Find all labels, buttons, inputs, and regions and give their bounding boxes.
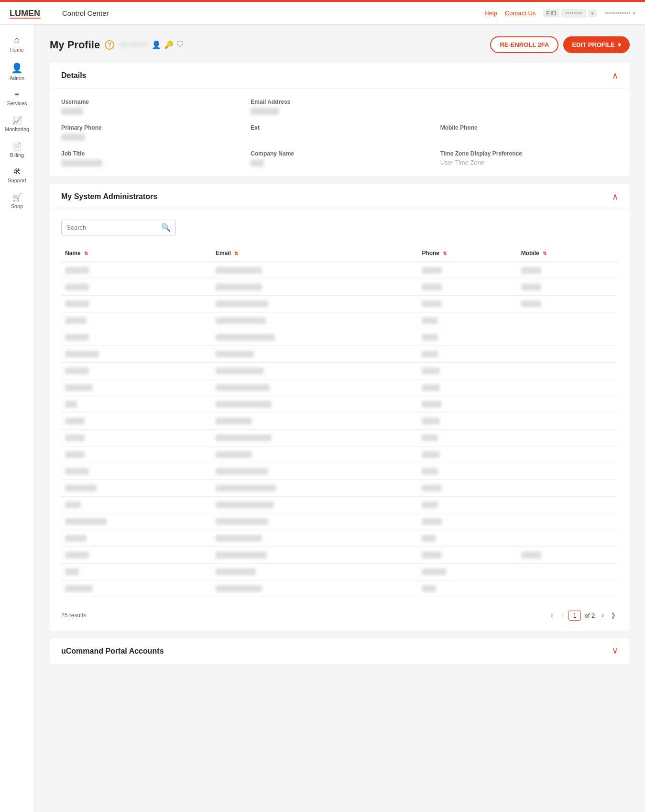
- col-name[interactable]: Name ⇅: [61, 245, 212, 262]
- current-page[interactable]: 1: [568, 611, 580, 621]
- redacted-value: •••••• •••••: [65, 552, 89, 558]
- redacted-value: •••••••• •••••••: [65, 485, 97, 491]
- details-collapse-icon[interactable]: ∧: [612, 70, 618, 81]
- detail-company: Company Name ••••••: [251, 150, 428, 167]
- sidebar-item-home[interactable]: ⌂ Home: [0, 30, 34, 57]
- detail-phone-value: •••••••••••: [61, 133, 85, 141]
- cell-mobile: [517, 413, 618, 430]
- sidebar-item-monitoring[interactable]: 📈 Monitoring: [0, 111, 34, 137]
- redacted-value: ••••••••••: [521, 552, 541, 558]
- cell-name: •••••• ••••: [61, 530, 212, 547]
- cell-phone: •••••••••: [418, 363, 517, 379]
- redacted-value: •••••••••: [422, 451, 440, 458]
- cell-mobile: [517, 363, 618, 379]
- services-icon: ≡: [15, 90, 19, 99]
- admins-collapse-icon[interactable]: ∧: [612, 191, 618, 202]
- ucommand-header: uCommand Portal Accounts ∧: [50, 638, 630, 664]
- redacted-value: •••••@••••••.com: [216, 568, 256, 575]
- sidebar-item-services[interactable]: ≡ Services: [0, 86, 34, 111]
- cell-name: •••••••••• •••: [61, 379, 212, 396]
- topbar: LUMEN Control Center Help Contact Us EID…: [0, 0, 645, 25]
- detail-ext: Ext: [251, 124, 428, 141]
- sidebar-item-billing-label: Billing: [10, 152, 24, 158]
- redacted-value: •••• ••: [65, 568, 79, 575]
- shop-icon: 🛒: [12, 193, 22, 202]
- last-page-button[interactable]: ⟫: [609, 610, 618, 621]
- profile-icons: 👤 🔑 🛡: [152, 40, 184, 49]
- admins-card-header: My System Administrators ∧: [50, 184, 630, 210]
- chevron-down-icon: ▾: [618, 41, 621, 48]
- search-input[interactable]: [66, 224, 161, 231]
- cell-email: •••••@•••••••••.com: [212, 530, 418, 547]
- sidebar-item-admin[interactable]: 👤 Admin: [0, 57, 34, 86]
- help-link[interactable]: Help: [484, 10, 497, 17]
- redacted-value: •••••• ••••: [65, 535, 87, 542]
- detail-username-label: Username: [61, 99, 239, 105]
- sidebar-item-support[interactable]: 🛠 Support: [0, 163, 34, 188]
- pagination: 25 results ⟪ ‹ 1 of 2 › ⟫: [61, 605, 618, 621]
- contact-link[interactable]: Contact Us: [505, 10, 536, 17]
- cell-mobile: [517, 580, 618, 597]
- sidebar-item-shop[interactable]: 🛒 Shop: [0, 188, 34, 214]
- detail-company-label: Company Name: [251, 150, 428, 157]
- cell-name: •••• ••: [61, 564, 212, 580]
- table-row: ••••••• ••••••••.•••••••••@•••••••••••.•…: [61, 329, 618, 346]
- cell-phone: ••••••••••: [418, 262, 517, 279]
- redacted-value: •••••• •••: [65, 434, 85, 441]
- sort-mobile-icon[interactable]: ⇅: [543, 251, 547, 256]
- redacted-value: •••••••.•••••@••••••.com: [216, 434, 272, 441]
- cell-email: ••••.•••••••@••••••.com: [212, 379, 418, 396]
- first-page-button[interactable]: ⟪: [547, 610, 557, 621]
- sidebar-item-billing[interactable]: 📄 Billing: [0, 137, 34, 163]
- cell-email: •••••••@••••••••••.com: [212, 513, 418, 530]
- redacted-value: •••••@•••••••••.com: [216, 535, 262, 542]
- redacted-value: •••••• •••: [65, 418, 85, 424]
- eid-chevron[interactable]: ▾: [588, 10, 597, 17]
- col-phone[interactable]: Phone ⇅: [418, 245, 517, 262]
- user-chevron[interactable]: ▾: [633, 10, 635, 17]
- redacted-value: •••••••: [422, 535, 436, 542]
- cell-name: ••• ••••••••: [61, 262, 212, 279]
- sort-email-icon[interactable]: ⇅: [234, 251, 238, 256]
- search-bar[interactable]: 🔍: [61, 220, 176, 235]
- cell-email: •••••••.•••••••@••••••.com: [212, 480, 418, 497]
- table-row: •••••• •••••••••••••••@•••••••.com••••••…: [61, 296, 618, 312]
- cell-email: ••••.•••••••••@••••••.com: [212, 497, 418, 513]
- redacted-value: ••••••••: [422, 501, 438, 508]
- cell-phone: ••••••••••: [418, 279, 517, 296]
- details-grid: Username •••••••••• Email Address ••••••…: [61, 99, 618, 167]
- cell-name: •••••• •••••: [61, 547, 212, 564]
- table-row: ••• ••••••••••••••@••••••••.com•••••••••…: [61, 262, 618, 279]
- redacted-value: ••••••••••• •••••••••: [65, 518, 107, 525]
- redacted-value: ••••••: [65, 401, 77, 408]
- sort-name-icon[interactable]: ⇅: [84, 251, 88, 256]
- redacted-value: •••••••••: [422, 418, 440, 424]
- details-card-header: Details ∧: [50, 63, 630, 89]
- reenroll-2fa-button[interactable]: RE-ENROLL 2FA: [490, 36, 558, 53]
- cell-email: •••••••@••••••••.com: [212, 363, 418, 379]
- prev-page-button[interactable]: ‹: [559, 610, 567, 621]
- col-email[interactable]: Email ⇅: [212, 245, 418, 262]
- col-mobile[interactable]: Mobile ⇅: [517, 245, 618, 262]
- redacted-value: •••••••: [422, 585, 436, 592]
- cell-email: •••••.•••••••••@••••.com: [212, 396, 418, 413]
- redacted-value: ••••••••••: [422, 284, 442, 290]
- next-page-button[interactable]: ›: [599, 610, 607, 621]
- sort-phone-icon[interactable]: ⇅: [443, 251, 447, 256]
- detail-jobtitle-value: •••••••••••••••••••: [61, 159, 102, 167]
- redacted-value: •••••@•••••.com: [216, 351, 254, 357]
- eid-display: EID •••••••• ▾: [543, 9, 597, 18]
- cell-name: ••••••: [61, 396, 212, 413]
- table-row: •••• •••••••@••••••.com••••••••••••: [61, 564, 618, 580]
- redacted-value: ••••••.•••••@•••••••••.•: [216, 552, 267, 558]
- person-icon: 👤: [152, 40, 161, 49]
- cell-phone: •••••••••: [418, 446, 517, 463]
- detail-mobile: Mobile Phone: [440, 124, 618, 141]
- sidebar-item-shop-label: Shop: [11, 203, 23, 209]
- ucommand-expand-icon[interactable]: ∧: [612, 646, 618, 656]
- help-icon[interactable]: ?: [105, 40, 114, 50]
- sidebar-item-support-label: Support: [8, 178, 26, 183]
- cell-mobile: [517, 463, 618, 480]
- edit-profile-button[interactable]: EDIT PROFILE ▾: [563, 36, 630, 53]
- redacted-value: •••••••.•••••••@••••••.com: [216, 485, 276, 491]
